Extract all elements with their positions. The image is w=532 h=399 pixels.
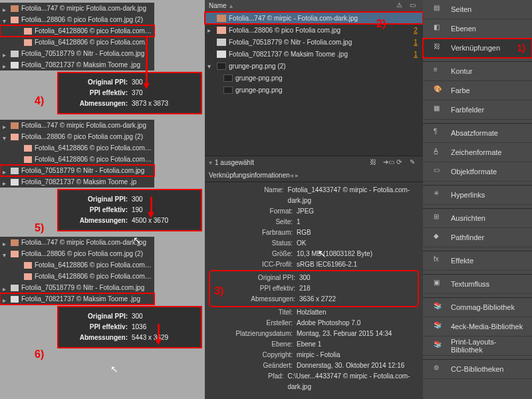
layer-row[interactable]: ▾Fotolia...28806 © pico Fotolia com.jpg … bbox=[0, 248, 154, 259]
info-box: Original PPI:300PPI effektiv:190Abmessun… bbox=[59, 190, 201, 230]
update-link-icon[interactable]: ⟳ bbox=[396, 158, 406, 168]
link-row[interactable]: ▾grunge-png.png (2) bbox=[205, 60, 423, 72]
detail-row: Name:Fotolia_14433747 © mirpic - Fotolia… bbox=[210, 185, 418, 206]
layer-row[interactable]: ▸Fotolia_70821737 © Maksim Toome .jp bbox=[0, 176, 154, 188]
layer-row[interactable]: Fotolia_64128806 © pico Fotolia.com.jpg bbox=[0, 154, 154, 165]
detail-row: Ersteller:Adobe Photoshop 7.0 bbox=[210, 318, 418, 329]
path-icon: ◆ bbox=[434, 232, 444, 243]
panel-pages[interactable]: ▤Seiten bbox=[423, 0, 532, 19]
relink-icon[interactable]: ⛓ bbox=[370, 158, 379, 168]
panel-color[interactable]: 🎨Farbe bbox=[423, 81, 532, 100]
lib-icon: 📚 bbox=[434, 340, 444, 351]
link-info-title-bar[interactable]: Verknüpfungsinformationen ◂ ▸ bbox=[205, 169, 423, 182]
panel-hyper[interactable]: ✳Hyperlinks bbox=[423, 186, 532, 205]
layers-icon: ◧ bbox=[434, 23, 444, 34]
annotation-6: 6) bbox=[35, 348, 44, 360]
detail-row: Copyright:mirpic - Fotolia bbox=[210, 350, 418, 360]
panel-layers[interactable]: ◧Ebenen bbox=[423, 19, 532, 39]
fx-icon: fx bbox=[434, 255, 444, 266]
link-row[interactable]: ▸Fotolia...28806 © pico Fotolia com.jpg2 bbox=[205, 24, 423, 36]
layer-row[interactable]: ▸Fotolia...747 © mirpic Fotolia.com-dark… bbox=[0, 120, 154, 131]
wrap-icon: ▣ bbox=[434, 279, 444, 289]
warning-icon: ⚠ bbox=[396, 1, 406, 11]
annotation-5: 5) bbox=[35, 222, 44, 234]
layer-row[interactable]: ▸Fotolia...747 © mirpic Fotolia.com-dark… bbox=[0, 3, 154, 14]
stroke-icon: ≡ bbox=[434, 66, 444, 76]
panel-obj[interactable]: ▭Objektformate bbox=[423, 162, 532, 182]
detail-row: Geändert:Donnerstag, 30. Oktober 2014 12… bbox=[210, 360, 418, 371]
detail-row: Seite:1 bbox=[210, 217, 418, 227]
layer-row[interactable]: Fotolia_64128806 © pico Fotolia.com.jpg bbox=[0, 271, 154, 282]
panel-links[interactable]: ⛓Verknüpfungen1) bbox=[423, 39, 532, 58]
para-icon: ¶ bbox=[434, 128, 444, 138]
link-info-title: Verknüpfungsinformationen bbox=[209, 172, 290, 179]
panel-align[interactable]: ⊞Ausrichten bbox=[423, 209, 532, 228]
layer-row[interactable]: ▸Fotolia_70821737 © Maksim Toome .jpg bbox=[0, 59, 154, 70]
panel-lib[interactable]: 📚4eck-Media-Bibliothek bbox=[423, 317, 532, 336]
panel-lib[interactable]: 📚Print-Layouts-Bibliothek bbox=[423, 336, 532, 356]
align-icon: ⊞ bbox=[434, 213, 444, 223]
cc-icon: ⊚ bbox=[434, 364, 444, 374]
arrow-4 bbox=[146, 36, 148, 84]
hyper-icon: ✳ bbox=[434, 190, 444, 200]
layer-row[interactable]: Fotolia_64128806 © pico Fotolia.com.jpg bbox=[0, 142, 154, 154]
detail-row: Format:JPEG bbox=[210, 206, 418, 217]
layer-row[interactable]: ▸Fotolia_70821737 © Maksim Toome .jpg bbox=[0, 293, 154, 305]
cursor-icon: ↖ bbox=[133, 235, 141, 245]
edit-original-icon[interactable]: ✎ bbox=[410, 158, 419, 168]
links-header: Name ▴ ⚠ ▭ bbox=[205, 0, 423, 12]
layer-row[interactable]: ▸Fotolia_70518779 © Nitr - Fotolia.com.j… bbox=[0, 282, 154, 293]
annotation-2: 2) bbox=[376, 18, 386, 30]
panel-cc[interactable]: ⊚CC-Bibliotheken bbox=[423, 360, 532, 379]
link-row[interactable]: grunge-png.png bbox=[205, 84, 423, 96]
goto-link-icon[interactable]: ➔▭ bbox=[383, 158, 392, 168]
info-box: Original PPI:300PPI effektiv:370Abmessun… bbox=[59, 73, 201, 113]
layer-row[interactable]: Fotolia_64128806 © pico Fotolia.com.jpg bbox=[0, 25, 154, 37]
panel-swatches[interactable]: ▦Farbfelder bbox=[423, 100, 532, 120]
list-empty-area bbox=[205, 96, 423, 156]
link-row[interactable]: Fotolia...747 © mirpic - Fotolia.com-dar… bbox=[205, 12, 423, 24]
layer-row[interactable]: Fotolia_64128806 © pico Fotolia.com. bbox=[0, 37, 154, 48]
detail-row: Pfad:C:\User...4433747 © mirpic - Fotoli… bbox=[210, 371, 418, 392]
col-name[interactable]: Name bbox=[209, 2, 227, 9]
panel-para[interactable]: ¶Absatzformate bbox=[423, 124, 532, 143]
links-icon: ⛓ bbox=[434, 43, 444, 53]
color-icon: 🎨 bbox=[434, 85, 444, 96]
status-bar: ▾ 1 ausgewählt ⛓ ➔▭ ⟳ ✎ bbox=[205, 156, 423, 169]
cursor-icon: ↖ bbox=[318, 248, 326, 259]
pages-icon: ▤ bbox=[434, 4, 444, 15]
detail-row: PPI effektiv:218 bbox=[213, 283, 415, 294]
layer-row[interactable]: ▸Fotolia...747 © mirpic Fotolia.com-dark… bbox=[0, 237, 154, 248]
layer-row[interactable]: Fotolia_64128806 © pico Fotolia.com.jpg bbox=[0, 259, 154, 271]
obj-icon: ▭ bbox=[434, 166, 444, 177]
link-row[interactable]: Fotolia_70518779 © Nitr - Fotolia.com.jp… bbox=[205, 36, 423, 48]
swatches-icon: ▦ bbox=[434, 104, 444, 115]
page-icon: ▭ bbox=[410, 1, 419, 11]
link-row[interactable]: grunge-png.png bbox=[205, 72, 423, 84]
lib-icon: 📚 bbox=[434, 321, 444, 332]
annotation-4: 4) bbox=[35, 95, 44, 107]
arrow-5 bbox=[150, 197, 152, 213]
char-icon: A̲ bbox=[434, 147, 444, 158]
detail-row: Abmessungen:3636 x 2722 bbox=[213, 294, 415, 305]
lib-icon: 📚 bbox=[434, 302, 444, 313]
selection-count: 1 ausgewählt bbox=[215, 159, 254, 166]
arrow-6 bbox=[158, 324, 160, 340]
detail-row: Original PPI:300 bbox=[213, 273, 415, 283]
link-row[interactable]: Fotolia_70821737 © Maksim Toome .jpg1 bbox=[205, 48, 423, 60]
panel-stroke[interactable]: ≡Kontur bbox=[423, 62, 532, 81]
panel-wrap[interactable]: ▣Textumfluss bbox=[423, 275, 532, 294]
detail-row: Platzierungsdatum:Montag, 23. Februar 20… bbox=[210, 329, 418, 339]
layer-row[interactable]: ▸Fotolia_70518779 © Nitr - Fotolia.com.j… bbox=[0, 165, 154, 176]
layer-row[interactable]: ▾Fotolia...28806 © pico Fotolia com.jpg … bbox=[0, 131, 154, 142]
layer-row[interactable]: ▾Fotolia...28806 © pico Fotolia com.jpg … bbox=[0, 14, 154, 25]
cursor-icon: ↖ bbox=[110, 364, 118, 374]
panel-fx[interactable]: fxEffekte bbox=[423, 251, 532, 271]
panel-path[interactable]: ◆Pathfinder bbox=[423, 228, 532, 247]
detail-row: ICC-Profil:sRGB IEC61966-2.1 bbox=[210, 259, 418, 270]
info-box: Original PPI:300PPI effektiv:1036Abmessu… bbox=[59, 307, 201, 347]
panel-char[interactable]: A̲Zeichenformate bbox=[423, 143, 532, 162]
layer-row[interactable]: ▸Fotolia_70518779 © Nitr - Fotolia.com.j… bbox=[0, 48, 154, 59]
detail-row: Status:OK bbox=[210, 238, 418, 249]
panel-lib[interactable]: 📚Commag-Bibliothek bbox=[423, 298, 532, 317]
